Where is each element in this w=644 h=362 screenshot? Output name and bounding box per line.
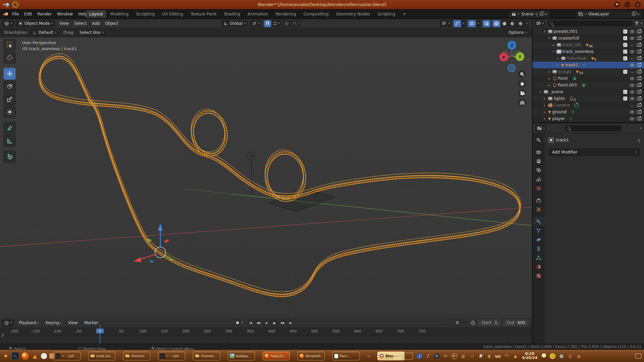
disclosure-icon[interactable]: ▸	[543, 104, 547, 107]
disable-render-camera-icon[interactable]	[637, 83, 642, 87]
show-overlays-toggle[interactable]	[468, 20, 476, 27]
taskbar-window-twily-in[interactable]: twily.in...	[263, 352, 290, 360]
pin-icon[interactable]	[535, 13, 538, 15]
tray-speaker-icon[interactable]: ◁	[469, 353, 475, 359]
outliner-row-scraps[interactable]: ▸scraps▼14✓	[533, 68, 644, 75]
workspace-tab-modeling[interactable]: Modeling	[107, 10, 132, 18]
timeline-menu-view[interactable]: View	[65, 319, 80, 326]
taskbar-window-home[interactable]: /home/...	[123, 352, 150, 360]
outliner-row-individual[interactable]: ▸individual▼9✓	[533, 55, 644, 62]
workspace-tab-scripting[interactable]: Scripting	[374, 10, 398, 18]
launcher-terminal-icon[interactable]: >_	[12, 352, 19, 360]
workspace-tab-layout[interactable]: Layout	[86, 10, 106, 18]
disclosure-icon[interactable]: ▸	[543, 110, 547, 114]
hide-viewport-eye-icon[interactable]	[630, 77, 634, 80]
taskbar-window-zsh[interactable]: >_~ : zsh ...	[53, 352, 80, 360]
properties-options-caret[interactable]: ▾	[640, 127, 641, 130]
timeline-menu-marker[interactable]: Marker	[82, 319, 101, 326]
scene-name[interactable]: Scene	[521, 12, 534, 16]
shading-solid-button[interactable]	[500, 20, 508, 27]
viewport-menu-select[interactable]: Select	[71, 20, 89, 27]
hide-viewport-eye-icon[interactable]	[630, 97, 634, 100]
tool-scale-button[interactable]	[3, 93, 16, 105]
workspace-tab-uv-editing[interactable]: UV Editing	[159, 10, 186, 18]
exclude-checkbox[interactable]: ✓	[623, 36, 627, 40]
tool-annotate-button[interactable]	[3, 122, 16, 134]
snap-with-dropdown[interactable]: ▾	[271, 20, 281, 27]
tray-smiley-icon[interactable]: ☺	[550, 353, 555, 359]
hide-viewport-eye-icon[interactable]	[630, 111, 634, 114]
shading-dropdown-caret[interactable]: ▾	[525, 20, 529, 27]
exclude-checkbox[interactable]: ✓	[623, 97, 627, 101]
blender-menu-icon[interactable]	[3, 12, 9, 16]
hide-viewport-eye-closed-icon[interactable]	[630, 44, 634, 46]
disclosure-icon[interactable]: ▸	[547, 70, 551, 73]
properties-tab-texture[interactable]	[533, 271, 545, 280]
drag-value-dropdown[interactable]: Select Box▾	[77, 29, 106, 36]
taskbar-window-amalies[interactable]: AmalieS...	[298, 352, 325, 360]
workspace-add-button[interactable]: +	[399, 10, 410, 18]
properties-tab-world[interactable]	[533, 184, 545, 193]
tray-bluetooth-icon[interactable]: B	[478, 353, 483, 359]
orientation-value-dropdown[interactable]: Default▾	[31, 29, 59, 36]
properties-tab-physics[interactable]	[533, 235, 545, 244]
exclude-checkbox[interactable]: ✓	[623, 90, 627, 94]
properties-tab-modifiers[interactable]	[533, 217, 545, 226]
transform-orientation-dropdown[interactable]: Global▾	[221, 20, 248, 27]
prev-frame-button[interactable]: ◀	[263, 319, 269, 326]
workspace-tab-sculpting[interactable]: Sculpting	[132, 10, 158, 18]
sidebar-collapse-arrow[interactable]: ‹	[527, 57, 529, 62]
outliner-row-player[interactable]: ▸▼player▽	[533, 115, 644, 122]
disable-render-camera-icon[interactable]	[637, 90, 642, 94]
workspace-tab-texture-paint[interactable]: Texture Paint	[187, 10, 220, 18]
disclosure-icon[interactable]: ▾	[547, 37, 551, 40]
properties-search-input[interactable]	[565, 125, 622, 131]
disclosure-icon[interactable]: ▸	[547, 77, 551, 80]
outliner-row-camera[interactable]: ▸Camera	[533, 102, 644, 109]
tool-cursor-button[interactable]	[3, 52, 16, 64]
outliner-row-presets-001[interactable]: ▾presets.001✓	[533, 28, 644, 35]
tray-lamp-icon[interactable]	[541, 353, 547, 359]
add-modifier-dropdown[interactable]: Add Modifier ▾	[549, 148, 640, 156]
outliner-row-lights[interactable]: ▸lights2✓	[533, 95, 644, 102]
next-keyframe-button[interactable]: ▶▶	[279, 319, 286, 326]
properties-tab-material[interactable]	[533, 262, 545, 271]
launcher-app-menu-icon[interactable]: ★	[2, 352, 9, 360]
minimize-button[interactable]: –	[625, 2, 630, 7]
viewlayer-name[interactable]: ViewLayer	[588, 12, 630, 16]
tool-move-button[interactable]	[3, 68, 16, 80]
pivot-point-dropdown[interactable]: ▾	[250, 20, 262, 27]
properties-tab-constraints[interactable]	[533, 244, 545, 253]
disclosure-icon[interactable]: ▸	[551, 43, 555, 47]
disclosure-icon[interactable]: ▸	[547, 83, 551, 87]
outliner-row-point[interactable]: ▸Point	[533, 75, 644, 82]
tray-music-icon[interactable]: ♪	[425, 353, 431, 359]
end-frame-field[interactable]: End600	[503, 319, 529, 326]
launcher-browser-icon[interactable]	[21, 352, 29, 360]
disable-render-camera-icon[interactable]	[637, 37, 642, 40]
properties-tab-view-layer[interactable]	[533, 166, 545, 175]
options-dropdown[interactable]: Options▾	[506, 29, 529, 36]
tool-measure-button[interactable]	[3, 135, 16, 147]
hide-viewport-eye-closed-icon[interactable]	[630, 104, 634, 106]
disable-render-camera-icon[interactable]	[637, 50, 642, 53]
filter-icon[interactable]	[635, 22, 639, 25]
start-frame-field[interactable]: Start1	[478, 319, 500, 326]
snap-toggle[interactable]	[264, 20, 271, 27]
outliner-row-track-seamless[interactable]: ▾track_seamless✓	[533, 48, 644, 55]
menu-render[interactable]: Render	[35, 11, 54, 17]
properties-tab-object[interactable]	[533, 205, 545, 214]
viewlayer-selector[interactable]: ▾ ViewLayer ×	[576, 11, 642, 18]
disable-render-camera-icon[interactable]	[637, 63, 642, 67]
auto-keying-toggle[interactable]	[234, 319, 241, 326]
outliner-row-track1[interactable]: ▸▼track1▽	[533, 62, 644, 68]
exclude-checkbox[interactable]: ✓	[623, 29, 627, 34]
tray-volume-icon[interactable]: ◎	[460, 353, 466, 359]
disable-render-camera-icon[interactable]	[637, 97, 642, 100]
gizmo-dropdown-caret[interactable]: ▾	[461, 20, 466, 27]
use-preview-range-icon[interactable]	[471, 320, 475, 325]
exclude-checkbox[interactable]: ✓	[623, 50, 627, 54]
menu-window[interactable]: Window	[54, 11, 75, 17]
disclosure-icon[interactable]: ▸	[543, 117, 547, 120]
current-frame-field[interactable]: 0	[446, 319, 468, 326]
